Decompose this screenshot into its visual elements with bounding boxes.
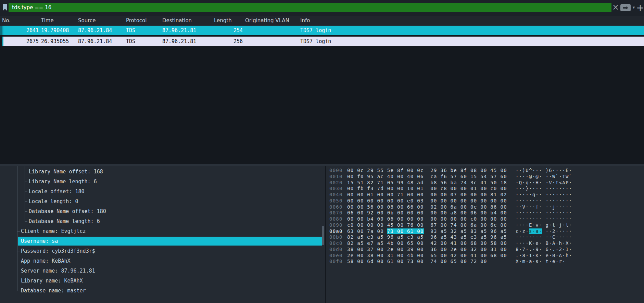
tree-guide-tick xyxy=(25,182,27,182)
hex-bytes[interactable]: 63 00 7a 00 73 00 61 00 93 a5 32 a5 83 a… xyxy=(347,228,509,235)
column-header-source[interactable]: Source xyxy=(78,16,96,26)
hex-bytes[interactable]: 00 00 01 00 00 71 00 00 00 00 07 00 00 0… xyxy=(347,192,509,198)
hex-row: 006000 00 56 00 08 00 66 00 02 00 6a 00 … xyxy=(326,204,572,210)
detail-item[interactable]: Password: cyb3rd3f3nd3r$ xyxy=(21,247,95,255)
hex-row: 005000 00 00 00 00 00 e0 03 00 00 00 00 … xyxy=(326,198,572,204)
hex-row: 00e02e 00 38 00 31 00 4b 00 65 00 42 00 … xyxy=(326,253,572,259)
detail-item[interactable]: Library Name offset: 168 xyxy=(29,167,103,176)
ascii-bytes[interactable]: ····@·@· ··W`·TW` xyxy=(516,174,572,180)
tree-guide-line xyxy=(25,166,25,221)
packet-list: 264119.79040887.96.21.84TDS87.96.21.8125… xyxy=(0,26,644,164)
display-filter-input[interactable]: tds.type == 16 xyxy=(9,3,611,12)
hex-bytes[interactable]: 00 fb f3 7d 00 00 10 01 00 c8 00 00 01 0… xyxy=(347,186,509,192)
cell-length: 256 xyxy=(214,37,243,46)
filter-clear-button[interactable]: × xyxy=(612,3,619,12)
tree-guide-tick xyxy=(17,261,20,261)
ascii-bytes[interactable]: .·8·1·K· e·B·A·h· xyxy=(516,253,572,259)
column-header-vlan[interactable]: Originating VLAN xyxy=(245,16,289,26)
cell-vlan xyxy=(245,26,296,35)
hex-row: 007006 00 92 00 0b 00 00 00 00 00 a8 00 … xyxy=(326,210,572,216)
hex-bytes[interactable]: 06 00 92 00 0b 00 00 00 00 00 a8 00 06 0… xyxy=(347,210,509,216)
ascii-bytes[interactable]: 8·7·.·9· 6·.·2·1· xyxy=(516,247,572,253)
hex-bytes[interactable]: 15 51 82 71 05 99 48 ad b8 56 ba 74 3c 4… xyxy=(347,180,509,186)
plus-icon: + xyxy=(636,2,644,13)
filter-dropdown-caret[interactable]: ▾ xyxy=(632,3,636,12)
hex-bytes[interactable]: c0 00 00 00 45 00 76 00 67 00 74 00 6a 0… xyxy=(347,222,509,228)
detail-item[interactable]: Username: sa xyxy=(18,237,322,246)
detail-item[interactable]: Database Name offset: 180 xyxy=(29,207,106,216)
packet-row[interactable]: 264119.79040887.96.21.84TDS87.96.21.8125… xyxy=(0,26,644,35)
hex-offset: 0090 xyxy=(329,222,344,228)
tree-guide-tick xyxy=(17,271,20,271)
cell-source: 87.96.21.84 xyxy=(78,26,124,35)
hex-offset: 0030 xyxy=(329,186,344,192)
detail-item[interactable]: Server name: 87.96.21.81 xyxy=(21,266,95,275)
display-filter-text: tds.type == 16 xyxy=(12,4,51,11)
cell-time: 26.935055 xyxy=(41,37,75,46)
add-filter-button[interactable]: + xyxy=(636,2,644,13)
ascii-bytes[interactable]: c·z·s·a· ··2····· xyxy=(516,228,572,235)
ascii-bytes[interactable]: ··V···f· ··j····· xyxy=(516,204,572,210)
ascii-bytes[interactable]: ·····q·· ········ xyxy=(516,192,572,198)
ascii-bytes[interactable]: ········ ········ xyxy=(516,210,572,216)
cell-no: 2641 xyxy=(3,26,39,35)
cell-info: TDS7 login xyxy=(300,37,437,46)
hex-bytes[interactable]: 00 00 00 00 00 00 e0 03 00 00 00 00 00 0… xyxy=(347,198,509,204)
filter-apply-button[interactable] xyxy=(620,4,631,11)
hex-row: 0090c0 00 00 00 45 00 76 00 67 00 74 00 … xyxy=(326,222,572,228)
detail-item[interactable]: Database Name length: 6 xyxy=(29,217,100,226)
detail-item[interactable]: Client name: Evgtjlcz xyxy=(21,227,86,236)
packet-row[interactable]: 267526.93505587.96.21.84TDS87.96.21.8125… xyxy=(0,37,644,46)
filter-bookmark-button[interactable] xyxy=(1,3,8,13)
hex-bytes[interactable]: 00 00 56 00 08 00 66 00 02 00 6a 00 0e 0… xyxy=(347,204,509,210)
selected-bytes: s·a· xyxy=(529,228,542,234)
column-header-destination[interactable]: Destination xyxy=(162,16,192,26)
column-header-no[interactable]: No. xyxy=(2,16,11,26)
hex-offset: 00b0 xyxy=(329,234,344,240)
hex-bytes[interactable]: 00 0c 29 55 5e 8f 00 0c 29 36 be 8f 08 0… xyxy=(347,168,509,174)
hex-bytes[interactable]: 82 a5 e7 a5 4b 00 65 00 42 00 41 00 68 0… xyxy=(347,240,509,247)
hex-offset: 00e0 xyxy=(329,253,344,259)
tree-guide-tick xyxy=(25,201,27,202)
ascii-bytes[interactable]: ····K·e· B·A·h·X· xyxy=(516,240,572,247)
detail-item[interactable]: App name: KeBAhX xyxy=(21,256,71,265)
detail-item[interactable]: Locale length: 0 xyxy=(29,197,78,206)
hex-offset: 0020 xyxy=(329,180,344,186)
hex-offset: 0060 xyxy=(329,204,344,210)
hex-bytes[interactable]: 82 a5 e3 a5 96 a5 c3 a5 96 a5 43 a5 e3 a… xyxy=(347,234,509,240)
caret-down-icon: ▾ xyxy=(633,5,635,10)
hex-row: 002015 51 82 71 05 99 48 ad b8 56 ba 74 … xyxy=(326,180,572,186)
ascii-bytes[interactable]: ··)U^··· )6····E· xyxy=(516,168,572,174)
hex-offset: 0040 xyxy=(329,192,344,198)
tree-guide-tick xyxy=(17,251,20,251)
tree-guide-tick xyxy=(25,221,27,222)
apply-arrow-icon xyxy=(622,6,629,10)
ascii-bytes[interactable]: X·m·a·s· t·e·r· xyxy=(516,259,566,265)
cell-length: 254 xyxy=(214,26,243,35)
column-header-length[interactable]: Length xyxy=(214,16,232,26)
column-header-time[interactable]: Time xyxy=(41,16,54,26)
ascii-bytes[interactable]: ········ ········ xyxy=(516,216,572,222)
hex-offset: 0080 xyxy=(329,216,344,222)
column-header-info[interactable]: Info xyxy=(300,16,310,26)
ascii-bytes[interactable]: ···}···· ········ xyxy=(516,186,572,192)
ascii-bytes[interactable]: ····E·v· g·t·j·l· xyxy=(516,222,572,228)
detail-item[interactable]: Database name: master xyxy=(21,286,86,295)
hex-bytes[interactable]: 38 00 37 00 2e 00 39 00 36 00 2e 00 32 0… xyxy=(347,247,509,253)
detail-scrollbar-thumb[interactable] xyxy=(322,226,324,245)
ascii-bytes[interactable]: ········ ········ xyxy=(516,198,572,204)
filter-toolbar: tds.type == 16 × ▾ + xyxy=(0,0,644,16)
hex-bytes[interactable]: 00 f0 95 ac 40 00 40 06 ca f6 57 60 15 5… xyxy=(347,174,509,180)
detail-item[interactable]: Library name: KeBAhX xyxy=(21,276,83,285)
ascii-bytes[interactable]: ·Q·q··H· ·V·t<AP· xyxy=(516,180,572,186)
hex-row: 004000 00 01 00 00 71 00 00 00 00 07 00 … xyxy=(326,192,572,198)
hex-row: 000000 0c 29 55 5e 8f 00 0c 29 36 be 8f … xyxy=(326,168,572,174)
hex-bytes[interactable]: 00 00 b4 00 06 00 00 00 00 00 00 00 c0 0… xyxy=(347,216,509,222)
hex-bytes[interactable]: 2e 00 38 00 31 00 4b 00 65 00 42 00 41 0… xyxy=(347,253,509,259)
hex-bytes[interactable]: 58 00 6d 00 61 00 73 00 74 00 65 00 72 0… xyxy=(347,259,509,265)
detail-item[interactable]: Locale offset: 180 xyxy=(29,187,85,196)
selected-bytes: 73 00 61 00 xyxy=(387,228,424,234)
column-header-protocol[interactable]: Protocol xyxy=(126,16,147,26)
detail-item[interactable]: Library Name length: 6 xyxy=(29,177,97,186)
ascii-bytes[interactable]: ········ ··C····· xyxy=(516,234,572,240)
